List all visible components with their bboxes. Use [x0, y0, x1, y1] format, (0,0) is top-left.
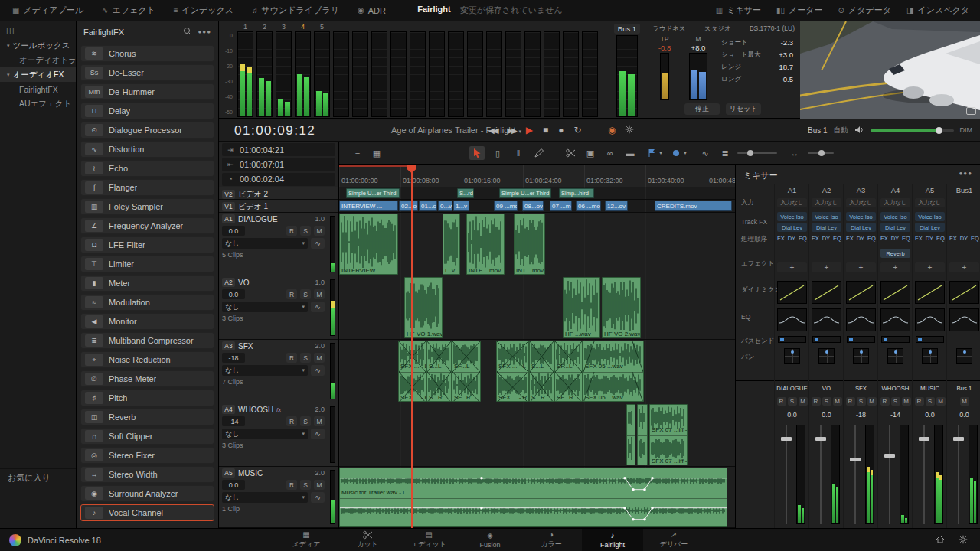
- fit-width-icon[interactable]: ↔: [787, 146, 802, 160]
- page-tab-media[interactable]: ▦メディア: [276, 529, 337, 551]
- strip-order-eq[interactable]: EQ: [936, 235, 945, 242]
- video-clip[interactable]: 0...v: [438, 201, 452, 211]
- strip-eq-graph[interactable]: [812, 308, 841, 331]
- chevron-down-icon[interactable]: ▾: [678, 146, 693, 160]
- automation-curve-icon[interactable]: ∿: [311, 238, 325, 249]
- strip-r-button[interactable]: R: [777, 397, 786, 406]
- playhead[interactable]: [411, 165, 413, 528]
- audio-clip[interactable]: SFX 07 ...iff - LSFX 07 ...iff - R: [649, 404, 688, 465]
- strip-order-fx[interactable]: FX: [915, 235, 923, 242]
- audio-clip[interactable]: [637, 404, 648, 465]
- track-id-chip[interactable]: A5: [222, 468, 235, 478]
- track-r-button[interactable]: R: [286, 289, 297, 299]
- fast-forward-button[interactable]: ▶▶: [507, 126, 515, 135]
- strip-bus-send[interactable]: [881, 336, 910, 343]
- strip-channel-label[interactable]: A2: [809, 186, 844, 194]
- strip-channel-label[interactable]: A4: [878, 186, 913, 194]
- fader-handle[interactable]: [919, 437, 929, 441]
- zoom-slider[interactable]: [737, 152, 777, 154]
- strip-bus-send[interactable]: [916, 336, 944, 343]
- automation-curve-icon[interactable]: ∿: [311, 492, 325, 503]
- strip-channel-label[interactable]: A5: [913, 186, 947, 194]
- range-tool-icon[interactable]: ▯: [490, 146, 505, 160]
- track-s-button[interactable]: S: [300, 226, 311, 236]
- sound-library-button[interactable]: ♫サウンドライブラリ: [252, 5, 339, 16]
- lane-a1[interactable]: INTERVIEW ...I...vINTE....movINT....mov: [339, 213, 735, 276]
- video-clip[interactable]: 07 ...mov: [550, 201, 572, 211]
- strip-s-button[interactable]: S: [822, 397, 831, 406]
- fx-item-limiter[interactable]: ⊤Limiter: [80, 256, 214, 272]
- audio-clip[interactable]: Music for Trailer.wav - L: [339, 468, 727, 527]
- strip-add-effect-button[interactable]: +: [880, 262, 910, 272]
- strip-eq-graph[interactable]: [915, 308, 945, 331]
- fader-handle[interactable]: [884, 454, 895, 458]
- lane-a3[interactable]: SFX ... - LSFX ... - RS...LS...RSF...LSF…: [339, 340, 735, 403]
- track-r-button[interactable]: R: [286, 226, 297, 236]
- fx-item-monitor[interactable]: ◀Monitor: [80, 313, 214, 330]
- scissors-icon[interactable]: [563, 146, 578, 160]
- strip-s-button[interactable]: S: [857, 397, 866, 406]
- strip-input[interactable]: 入力なし: [812, 198, 841, 207]
- audio-clip[interactable]: INTERVIEW ...: [339, 214, 398, 275]
- strip-pan-control[interactable]: [922, 348, 938, 364]
- track-header-v2[interactable]: V2ビデオ 2: [219, 187, 338, 200]
- fx-item-multiband-compressor[interactable]: ≣Multiband Compressor: [80, 332, 214, 349]
- video-clip[interactable]: 1...v: [453, 201, 469, 211]
- track-m-button[interactable]: M: [314, 416, 325, 426]
- track-id-chip[interactable]: V1: [222, 202, 235, 211]
- audio-clip[interactable]: S...LS...R: [529, 341, 554, 402]
- track-gain-field[interactable]: -14: [222, 416, 245, 426]
- track-s-button[interactable]: S: [300, 480, 311, 490]
- fx-item-meter[interactable]: ▮Meter: [80, 275, 214, 292]
- timeline-body[interactable]: 01:00:00:0001:00:08:0001:00:16:0001:00:2…: [339, 165, 735, 528]
- strip-pan-control[interactable]: [818, 348, 835, 364]
- strip-dynamics-graph[interactable]: [846, 281, 876, 304]
- fx-item-stereo-fixer[interactable]: ◎Stereo Fixer: [80, 447, 214, 464]
- strip-input[interactable]: 入力なし: [915, 198, 945, 207]
- strip-order-fx[interactable]: FX: [880, 235, 888, 242]
- audio-clip[interactable]: [626, 404, 635, 465]
- fx-item-delay[interactable]: ⊓Delay: [80, 103, 214, 119]
- fx-item-foley-sampler[interactable]: ▥Foley Sampler: [80, 198, 214, 215]
- track-m-button[interactable]: M: [314, 226, 325, 236]
- strip-s-button[interactable]: S: [891, 397, 900, 406]
- audio-clip[interactable]: HF VO 2.wav: [602, 277, 641, 338]
- project-settings-icon[interactable]: [959, 535, 968, 546]
- fx-item-vocal-channel[interactable]: ♪Vocal Channel: [80, 504, 214, 521]
- fx-item-chorus[interactable]: ≋Chorus: [80, 45, 214, 62]
- out-point-field[interactable]: ⇤ 01:00:07:01: [222, 158, 335, 171]
- video-clip[interactable]: 06 ...mov: [576, 201, 601, 211]
- page-tab-color[interactable]: ◑カラー: [521, 529, 582, 551]
- strip-bus-send[interactable]: [812, 336, 841, 343]
- mixer-button[interactable]: ▥ミキサー: [716, 5, 761, 16]
- track-m-button[interactable]: M: [314, 480, 325, 490]
- page-tab-fusion[interactable]: ◈Fusion: [459, 529, 521, 551]
- page-tab-deliver[interactable]: ↗デリバー: [643, 529, 704, 551]
- track-r-button[interactable]: R: [286, 480, 297, 490]
- track-header-a4[interactable]: A4WHOOSHfx2.0-14RSMなし▾∿3 Clips: [219, 403, 338, 467]
- fx-item-phase-meter[interactable]: ∅Phase Meter: [80, 370, 214, 387]
- strip-pan-control[interactable]: [956, 348, 972, 364]
- strip-order-fx[interactable]: FX: [949, 235, 957, 242]
- lane-a5[interactable]: Music for Trailer.wav - L: [339, 467, 735, 528]
- volume-knob[interactable]: [936, 127, 942, 134]
- strip-eq-graph[interactable]: [880, 308, 910, 331]
- fx-item-echo[interactable]: ≀Echo: [80, 160, 214, 177]
- strip-r-button[interactable]: R: [880, 397, 890, 406]
- audio-clip[interactable]: HF VO 1.wav: [404, 277, 443, 338]
- fx-item-modulation[interactable]: ≈Modulation: [80, 294, 214, 311]
- page-tab-edit[interactable]: ▤エディット: [398, 529, 459, 551]
- expand-viewer-icon[interactable]: [966, 107, 976, 115]
- lane-v1[interactable]: INTERVIEW ...02...ov01...ov0...v1...v09 …: [339, 200, 735, 213]
- effects-button[interactable]: ∿エフェクト: [102, 5, 155, 16]
- strip-dynamics-graph[interactable]: [812, 281, 841, 304]
- pointer-tool-icon[interactable]: [469, 146, 485, 160]
- track-m-button[interactable]: M: [314, 353, 325, 363]
- track-fx-dropdown[interactable]: なし▾: [222, 238, 308, 249]
- strip-r-button[interactable]: R: [812, 397, 821, 406]
- strip-order-dy[interactable]: DY: [926, 235, 933, 242]
- audio-monitor-icon[interactable]: ◉: [608, 125, 616, 135]
- fader-handle[interactable]: [850, 458, 861, 461]
- sidebar-item-audio-transitions[interactable]: オーディオトラン...: [0, 53, 76, 67]
- strip-order-dy[interactable]: DY: [891, 235, 899, 242]
